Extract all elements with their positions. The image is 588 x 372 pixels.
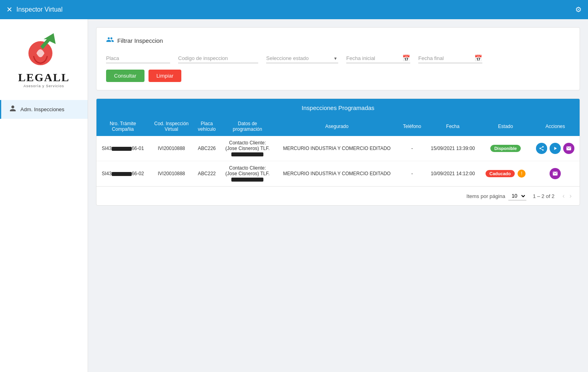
logo-svg <box>20 31 68 71</box>
fecha-final-input[interactable] <box>418 54 474 63</box>
cell-fecha: 10/09/2021 14:12:00 <box>425 161 480 186</box>
filter-panel: Filtrar Inspeccion Seleccione estado ▾ <box>96 27 580 90</box>
placa-input[interactable] <box>106 54 170 63</box>
sidebar-item-adm-inspecciones[interactable]: Adm. Inspecciones <box>0 100 88 119</box>
sidebar-item-label: Adm. Inspecciones <box>20 106 64 112</box>
cell-asegurado: MERCURIO INDUSTRIA Y COMERCIO EDITADO <box>275 136 399 161</box>
pagination-next-button[interactable]: › <box>568 191 573 201</box>
table-row: SI4366-01 IVI20010888 ABC226 Contacto Cl… <box>96 136 580 161</box>
col-datos-prog: Datos deprogramación <box>220 117 275 136</box>
filter-icon <box>106 36 114 46</box>
codigo-field <box>178 54 258 63</box>
status-badge: Disponible <box>490 145 521 152</box>
cell-estado: Caducado ! <box>480 161 531 186</box>
col-nro-tramite: Nro. TrámiteCompañia <box>96 117 149 136</box>
col-estado: Estado <box>480 117 531 136</box>
logo-area: LEGALL Asesoría y Servicios <box>14 23 74 96</box>
warning-icon: ! <box>518 170 526 178</box>
cell-asegurado: MERCURIO INDUSTRIA Y COMERCIO EDITADO <box>275 161 399 186</box>
cell-datos-prog: Contacto Cliente:(Jose Cisneros) TLF. <box>220 161 275 186</box>
cell-cod-inspeccion: IVI20010888 <box>149 136 194 161</box>
cell-placa: ABC226 <box>194 136 220 161</box>
table-panel: Inspecciones Programadas Nro. TrámiteCom… <box>96 98 580 206</box>
fecha-inicial-field: 📅 <box>346 54 410 63</box>
contact-button-2[interactable] <box>550 168 561 179</box>
cell-cod-inspeccion: IVI20010888 <box>149 161 194 186</box>
contact-button-1[interactable] <box>563 143 574 154</box>
cell-acciones <box>531 161 580 186</box>
col-placa: Placavehículo <box>194 117 220 136</box>
redacted-phone <box>231 178 263 182</box>
col-cod-inspeccion: Cod. InspecciónVirtual <box>149 117 194 136</box>
pagination-nav: ‹ › <box>561 191 573 201</box>
col-fecha: Fecha <box>425 117 480 136</box>
cell-datos-prog: Contacto Cliente:(Jose Cisneros) TLF. <box>220 136 275 161</box>
items-per-page: Items por página 10 25 50 <box>466 192 526 200</box>
cell-acciones <box>531 136 580 161</box>
sidebar-menu: Adm. Inspecciones <box>0 100 88 119</box>
filter-fields: Seleccione estado ▾ 📅 📅 <box>106 54 570 63</box>
pagination-bar: Items por página 10 25 50 1 – 2 of 2 ‹ › <box>96 186 580 205</box>
col-acciones: Acciones <box>531 117 580 136</box>
table-header-row: Nro. TrámiteCompañia Cod. InspecciónVirt… <box>96 117 580 136</box>
fecha-inicial-input[interactable] <box>346 54 402 63</box>
action-icons <box>534 168 576 179</box>
cell-placa: ABC222 <box>194 161 220 186</box>
status-badge: Caducado <box>486 170 515 177</box>
limpiar-button[interactable]: Limpiar <box>149 70 182 82</box>
cell-fecha: 15/09/2021 13:39:00 <box>425 136 480 161</box>
table-row: SI4366-02 IVI20010888 ABC222 Contacto Cl… <box>96 161 580 186</box>
fecha-final-wrapper: 📅 <box>418 54 482 63</box>
codigo-input[interactable] <box>178 54 258 63</box>
legall-logo: LEGALL Asesoría y Servicios <box>18 71 70 88</box>
cell-nro-tramite: SI4366-02 <box>96 161 149 186</box>
calendar-icon-fin[interactable]: 📅 <box>474 54 482 62</box>
pagination-range: 1 – 2 of 2 <box>533 193 554 199</box>
table-body: SI4366-01 IVI20010888 ABC226 Contacto Cl… <box>96 136 580 186</box>
filter-actions: Consultar Limpiar <box>106 70 570 82</box>
estado-select[interactable]: Seleccione estado <box>266 54 338 63</box>
cell-telefono: - <box>399 136 425 161</box>
cell-telefono: - <box>399 161 425 186</box>
filter-title: Filtrar Inspeccion <box>117 37 163 44</box>
table-header-bar: Inspecciones Programadas <box>96 99 580 117</box>
table-head: Nro. TrámiteCompañia Cod. InspecciónVirt… <box>96 117 580 136</box>
person-icon <box>9 105 16 114</box>
items-per-page-select[interactable]: 10 25 50 <box>508 192 526 200</box>
topbar-left: ✕ Inspector Virtual <box>6 5 62 14</box>
action-icons <box>534 143 576 154</box>
placa-field <box>106 54 170 63</box>
main-layout: LEGALL Asesoría y Servicios Adm. Inspecc… <box>0 19 588 372</box>
estado-select-wrapper: Seleccione estado ▾ <box>266 54 338 63</box>
content-area: Filtrar Inspeccion Seleccione estado ▾ <box>88 19 588 372</box>
col-asegurado: Asegurado <box>275 117 399 136</box>
filter-header: Filtrar Inspeccion <box>106 36 570 46</box>
gear-icon[interactable]: ⚙ <box>575 5 582 14</box>
redacted-text <box>112 172 132 176</box>
cell-nro-tramite: SI4366-01 <box>96 136 149 161</box>
legall-text: LEGALL <box>18 71 70 84</box>
pagination-prev-button[interactable]: ‹ <box>561 191 566 201</box>
topbar: ✕ Inspector Virtual ⚙ <box>0 0 588 19</box>
legall-sub: Asesoría y Servicios <box>18 84 70 88</box>
app-title: Inspector Virtual <box>16 6 62 13</box>
items-per-page-label: Items por página <box>466 193 505 199</box>
calendar-icon-inicio[interactable]: 📅 <box>402 54 410 62</box>
inspecciones-table: Nro. TrámiteCompañia Cod. InspecciónVirt… <box>96 117 580 186</box>
cell-estado: Disponible <box>480 136 531 161</box>
fecha-inicial-wrapper: 📅 <box>346 54 410 63</box>
estado-field: Seleccione estado ▾ <box>266 54 338 63</box>
close-icon[interactable]: ✕ <box>6 5 12 14</box>
redacted-phone <box>231 152 263 156</box>
consultar-button[interactable]: Consultar <box>106 70 144 82</box>
col-telefono: Teléfono <box>399 117 425 136</box>
redacted-text <box>112 147 132 151</box>
fecha-final-field: 📅 <box>418 54 482 63</box>
sidebar: LEGALL Asesoría y Servicios Adm. Inspecc… <box>0 19 88 372</box>
share-button[interactable] <box>536 143 547 154</box>
play-button[interactable] <box>550 143 561 154</box>
